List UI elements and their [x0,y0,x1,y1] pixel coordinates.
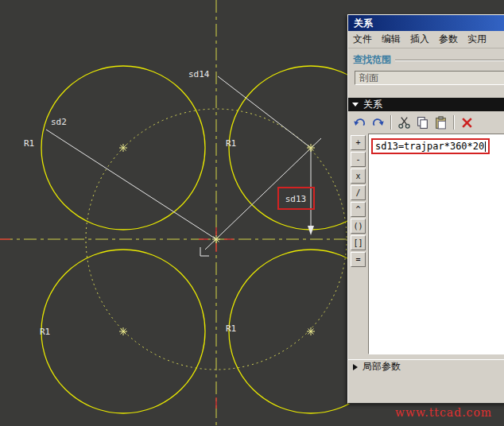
op-power-button[interactable]: ^ [351,202,366,217]
redo-icon [371,116,385,130]
center-marker [307,327,315,335]
lookin-value: 剖面 [359,72,378,85]
relation-text: sd13=trajpar*360*20 [375,141,484,152]
app-screen: sd14 sd2 R1 R1 R1 R1 sd13 关系 文件 编辑 插入 参数… [0,0,504,426]
delete-icon [460,116,474,130]
dimension-arrow [308,226,314,235]
lookin-section: 查找范围 [348,48,504,67]
dialog-titlebar[interactable]: 关系 [348,15,504,31]
dim-label-sd14[interactable]: sd14 [188,69,210,79]
relations-section-label: 关系 [363,98,382,111]
op-multiply-button[interactable]: x [351,168,366,184]
undo-button[interactable] [351,114,368,131]
undo-icon [353,116,366,130]
origin-marker [200,247,209,256]
relations-dialog: 关系 文件 编辑 插入 参数 实用 查找范围 剖面 关系 [347,14,504,404]
redo-button[interactable] [370,114,386,131]
op-equals-button[interactable]: = [351,252,366,267]
center-marker [307,144,315,152]
dim-label-r1-bottom-right[interactable]: R1 [226,323,236,334]
dim-label-r1-top-right[interactable]: R1 [226,138,236,149]
paste-button[interactable] [432,114,449,131]
center-marker [119,144,127,152]
dialog-title: 关系 [354,17,373,30]
toolbar-separator [390,115,392,130]
op-divide-button[interactable]: / [351,185,366,200]
relation-editor: + - x / ^ () [] = sd13=trajpar*360*20 [348,134,504,354]
menu-insert[interactable]: 插入 [405,31,434,48]
cut-icon [397,116,411,130]
text-cursor [485,141,486,152]
dialog-filler [348,374,504,403]
paste-icon [434,116,448,130]
toolbar-separator [453,115,455,130]
sd2-leader-line [46,130,216,239]
menu-edit[interactable]: 编辑 [377,31,405,48]
copy-button[interactable] [414,114,431,131]
delete-button[interactable] [459,114,475,131]
op-minus-button[interactable]: - [351,152,366,167]
op-plus-button[interactable]: + [351,135,366,150]
chevron-right-icon [353,364,358,370]
watermark-text: www.ttcad.com [395,406,492,419]
dim-label-r1-bottom-left[interactable]: R1 [40,327,50,337]
lookin-combobox[interactable]: 剖面 [355,71,504,85]
cut-button[interactable] [396,114,413,131]
menu-utilities[interactable]: 实用 [463,31,491,48]
menu-file[interactable]: 文件 [348,31,377,48]
menu-parameters[interactable]: 参数 [434,31,463,48]
op-brackets-button[interactable]: [] [351,235,366,250]
lookin-label: 查找范围 [353,53,391,67]
dim-label-r1-top-left[interactable]: R1 [24,138,34,149]
relation-text-area[interactable]: sd13=trajpar*360*20 [368,134,504,354]
operator-button-column: + - x / ^ () [] = [350,134,368,354]
local-params-expander[interactable]: 局部参数 [348,359,504,374]
menu-bar: 文件 编辑 插入 参数 实用 [348,31,504,48]
local-params-label: 局部参数 [362,360,401,374]
relations-section-header[interactable]: 关系 [348,98,504,111]
chevron-down-icon [352,103,359,106]
divider [395,60,504,61]
op-parentheses-button[interactable]: () [351,219,366,234]
dim-label-sd2[interactable]: sd2 [51,117,67,127]
center-marker [119,327,127,335]
relation-line-highlighted[interactable]: sd13=trajpar*360*20 [371,138,490,154]
centerline-red-segments [0,227,234,409]
copy-icon [416,116,429,130]
pattern-center-marker [212,235,220,243]
relations-toolbar [348,111,504,134]
dim-label-sd13[interactable]: sd13 [285,194,307,204]
sd14-leader-line [218,76,311,148]
